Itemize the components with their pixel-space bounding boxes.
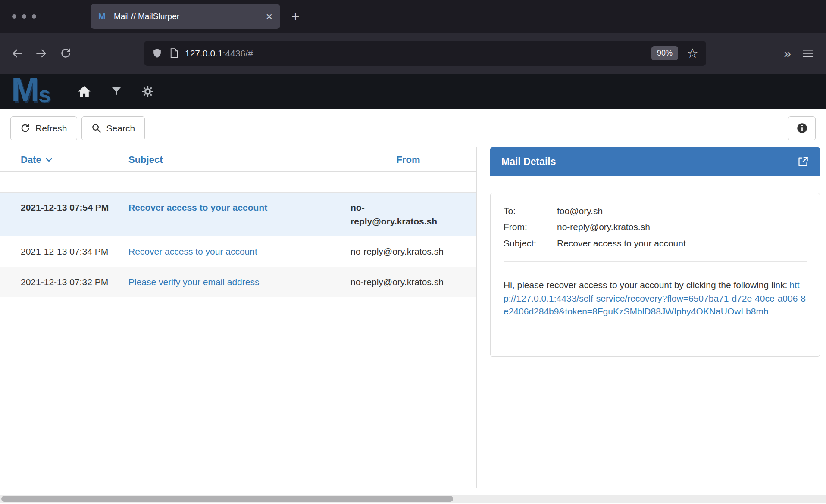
external-link-icon — [797, 156, 809, 168]
search-button-label: Search — [106, 123, 135, 134]
zoom-indicator[interactable]: 90% — [651, 46, 678, 60]
url-text: 127.0.0.1:4436/# — [185, 48, 253, 59]
to-value: foo@ory.sh — [557, 205, 807, 218]
reload-button[interactable] — [55, 43, 76, 64]
menu-button[interactable] — [802, 48, 814, 58]
info-button[interactable] — [788, 116, 816, 140]
mail-date: 2021-12-13 07:32 PM — [21, 275, 128, 289]
mail-rows: 2021-12-13 07:54 PM Recover access to yo… — [0, 192, 476, 297]
tab-title: Mail // MailSlurper — [114, 12, 262, 21]
popout-button[interactable] — [797, 156, 809, 168]
from-label: From: — [504, 221, 557, 233]
info-icon — [796, 122, 808, 134]
mail-from: no-reply@ory.kratos.sh — [350, 201, 466, 228]
url-host: 127.0.0.1 — [185, 48, 223, 58]
column-header-from[interactable]: From — [350, 154, 466, 165]
home-button[interactable] — [78, 85, 91, 98]
to-label: To: — [504, 205, 557, 218]
mail-row[interactable]: 2021-12-13 07:34 PM Recover access to yo… — [0, 236, 476, 267]
mail-subject-link[interactable]: Recover access to your account — [128, 202, 267, 212]
browser-tab-bar: M Mail // MailSlurper × + — [0, 0, 826, 33]
bookmark-star-icon[interactable]: ☆ — [687, 47, 698, 60]
hamburger-icon — [802, 48, 814, 58]
filter-icon — [112, 87, 121, 96]
browser-tab[interactable]: M Mail // MailSlurper × — [91, 4, 280, 29]
mail-row[interactable]: 2021-12-13 07:54 PM Recover access to yo… — [0, 192, 476, 236]
app-toolbar: Refresh Search — [0, 109, 826, 147]
horizontal-scrollbar-thumb[interactable] — [1, 496, 453, 502]
browser-nav-bar: 127.0.0.1:4436/# 90% ☆ » — [0, 33, 826, 74]
meta-divider — [504, 261, 807, 262]
url-path: :4436/# — [223, 48, 253, 58]
mail-date: 2021-12-13 07:34 PM — [21, 245, 128, 258]
search-button[interactable]: Search — [81, 116, 145, 140]
mail-subject-link[interactable]: Recover access to your account — [128, 246, 257, 256]
mail-details-pane: Mail Details To: foo@ory.sh From: no-rep… — [477, 147, 826, 488]
search-icon — [91, 123, 101, 133]
horizontal-scrollbar[interactable] — [0, 495, 826, 503]
back-button[interactable] — [7, 43, 28, 64]
mail-list-pane: Date Subject From 2021-12-13 07:54 PM Re… — [0, 147, 477, 488]
app-nav-icons — [78, 85, 153, 98]
refresh-icon — [20, 123, 30, 133]
mail-body-text: Hi, please recover access to your accoun… — [504, 280, 787, 290]
mail-subject-link[interactable]: Please verify your email address — [128, 277, 259, 287]
column-header-date-label: Date — [21, 154, 41, 165]
refresh-button-label: Refresh — [35, 123, 67, 134]
column-header-subject[interactable]: Subject — [128, 154, 350, 165]
mailslurper-favicon-icon: M — [98, 12, 110, 22]
mail-details-title: Mail Details — [501, 156, 556, 168]
column-header-date[interactable]: Date — [21, 154, 128, 165]
refresh-button[interactable]: Refresh — [10, 116, 77, 140]
mailslurper-logo: M s — [11, 74, 51, 109]
mail-from: no-reply@ory.kratos.sh — [350, 275, 466, 289]
url-bar[interactable]: 127.0.0.1:4436/# 90% ☆ — [144, 41, 706, 66]
settings-button[interactable] — [142, 86, 153, 97]
overflow-menu-button[interactable]: » — [784, 47, 791, 60]
browser-window: M Mail // MailSlurper × + 127.0.0.1:4436… — [0, 0, 826, 504]
window-control-dot — [22, 14, 26, 19]
forward-arrow-icon — [35, 47, 47, 59]
window-control-dot — [32, 14, 36, 19]
forward-button[interactable] — [31, 43, 52, 64]
mail-list-header: Date Subject From — [0, 147, 476, 172]
from-value: no-reply@ory.kratos.sh — [557, 221, 807, 233]
gear-icon — [142, 86, 153, 97]
mail-from: no-reply@ory.kratos.sh — [350, 245, 466, 258]
window-control-dot — [12, 14, 16, 19]
logo-letter-m: M — [11, 74, 39, 106]
filter-button[interactable] — [112, 87, 121, 96]
new-tab-button[interactable]: + — [291, 9, 300, 23]
bottom-divider — [0, 488, 826, 488]
mail-details-card: To: foo@ory.sh From: no-reply@ory.kratos… — [490, 193, 820, 357]
mail-details-header: Mail Details — [490, 147, 820, 176]
home-icon — [78, 85, 91, 98]
mail-meta: To: foo@ory.sh From: no-reply@ory.kratos… — [504, 205, 807, 250]
reload-icon — [60, 47, 72, 59]
app-navbar: M s — [0, 74, 826, 109]
main-content: Date Subject From 2021-12-13 07:54 PM Re… — [0, 147, 826, 488]
shield-icon[interactable] — [152, 48, 163, 59]
tab-close-icon[interactable]: × — [266, 11, 272, 22]
mail-date: 2021-12-13 07:54 PM — [21, 201, 128, 228]
window-controls[interactable] — [12, 14, 36, 19]
mail-body: Hi, please recover access to your accoun… — [504, 279, 807, 318]
page-permissions-icon[interactable] — [169, 48, 179, 59]
subject-value: Recover access to your account — [557, 237, 807, 250]
nav-right-group: » — [784, 47, 814, 60]
back-arrow-icon — [11, 47, 23, 59]
mail-row[interactable]: 2021-12-13 07:32 PM Please verify your e… — [0, 267, 476, 298]
subject-label: Subject: — [504, 237, 557, 250]
logo-letter-s: s — [38, 83, 51, 106]
sort-caret-down-icon — [45, 158, 53, 162]
